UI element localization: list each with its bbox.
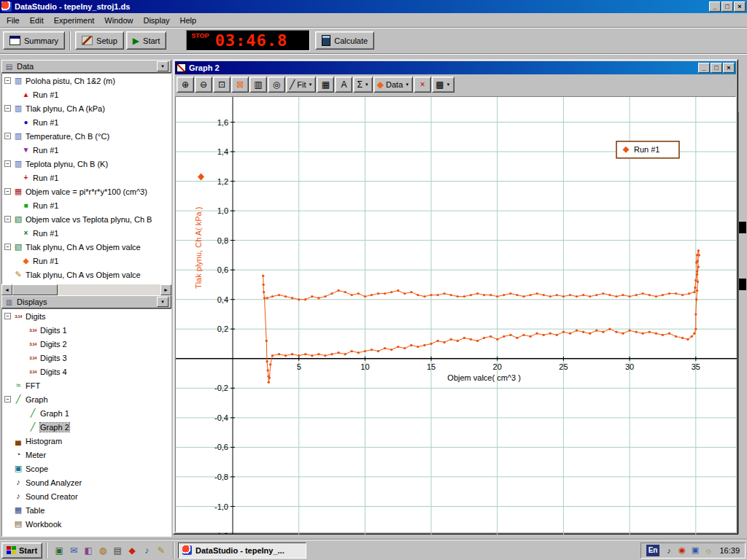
run-item[interactable]: ▼Run #1 (2, 143, 171, 157)
summary-button[interactable]: Summary (3, 31, 65, 50)
data-item[interactable]: ✎Tlak plynu, Ch A vs Objem valce (2, 268, 171, 281)
graph-close-button[interactable]: × (723, 63, 735, 73)
menu-item-window[interactable]: Window (99, 15, 138, 26)
run-label: Run #1 (33, 174, 58, 182)
scroll-right-button[interactable]: ► (160, 284, 171, 295)
tray-icon-4[interactable]: ☼ (703, 545, 713, 556)
run-item[interactable]: ●Run #1 (2, 115, 171, 129)
expander-icon[interactable]: − (4, 105, 11, 112)
expander-icon[interactable]: − (4, 160, 11, 167)
expander-icon[interactable]: − (4, 77, 11, 84)
quicklaunch-icon-3[interactable]: ◧ (82, 544, 95, 557)
displays-panel-menu-button[interactable]: ▼ (157, 297, 169, 307)
displays-panel-icon: ▥ (4, 298, 14, 306)
quicklaunch-icon-7[interactable]: ♪ (140, 544, 153, 557)
language-indicator[interactable]: En (646, 545, 660, 556)
graph-minimize-button[interactable]: _ (698, 63, 710, 73)
display-item[interactable]: ▄Histogram (2, 434, 171, 448)
graph-graph-settings-menu-button[interactable]: ▩▼ (432, 77, 454, 93)
display-item[interactable]: ▦Table (2, 503, 171, 517)
expander-icon[interactable]: − (4, 313, 11, 319)
data-item[interactable]: −▥Temperature, Ch B (°C) (2, 129, 171, 143)
run-item[interactable]: +Run #1 (2, 171, 171, 184)
display-item[interactable]: 3.14Digits 4 (2, 365, 171, 378)
svg-text:-0,4: -0,4 (214, 413, 228, 422)
data-item[interactable]: −▧Tlak plynu, Ch A vs Objem valce (2, 240, 171, 254)
tray-icon-3[interactable]: ▣ (689, 545, 700, 556)
quicklaunch-icon-4[interactable]: ◍ (96, 544, 109, 557)
graph-align-x-scales-button[interactable]: ▥ (249, 77, 267, 93)
display-item[interactable]: ♪Sound Analyzer (2, 475, 171, 489)
graph-smart-tool-button[interactable]: ◎ (268, 77, 285, 93)
display-item[interactable]: ╱Graph 2 (2, 420, 171, 434)
graph-statistics-menu-button[interactable]: Σ▼ (353, 77, 372, 93)
sensor-icon: ▥ (13, 160, 23, 168)
menu-item-edit[interactable]: Edit (25, 15, 49, 26)
quicklaunch-icon-5[interactable]: ▤ (111, 544, 124, 557)
menu-item-experiment[interactable]: Experiment (49, 15, 100, 26)
data-menu-icon: ◆ (377, 80, 384, 89)
maximize-button[interactable]: □ (721, 1, 733, 12)
expander-icon[interactable]: − (4, 188, 11, 195)
display-item[interactable]: ▣Scope (2, 462, 171, 475)
graph-data-menu-button[interactable]: ◆Data▼ (374, 77, 413, 93)
expander-icon[interactable]: − (4, 216, 11, 222)
graph-zoom-out-button[interactable]: ⊖ (195, 77, 212, 93)
data-horizontal-scrollbar[interactable]: ◄ ► (1, 284, 171, 295)
menu-item-file[interactable]: File (1, 15, 25, 26)
scroll-left-button[interactable]: ◄ (1, 284, 12, 295)
display-item[interactable]: 3.14Digits 2 (2, 337, 171, 351)
taskbar-task-button[interactable]: DataStudio - tepelny_... (178, 542, 306, 559)
quicklaunch-icon-6[interactable]: ◆ (125, 544, 139, 557)
quicklaunch-icon-1[interactable]: ▣ (53, 544, 66, 557)
quicklaunch-icon-8[interactable]: ✎ (155, 544, 168, 557)
minimize-button[interactable]: _ (709, 1, 721, 12)
display-item[interactable]: 3.14Digits 3 (2, 351, 171, 365)
expander-icon[interactable]: − (4, 244, 11, 250)
run-item[interactable]: ▲Run #1 (2, 88, 171, 101)
scrollbar-thumb[interactable] (12, 284, 58, 295)
display-item[interactable]: ≈FFT (2, 378, 171, 392)
data-item[interactable]: −▥Poloha pistu, Ch 1&2 (m) (2, 74, 171, 88)
tray-icon-2[interactable]: ◉ (676, 545, 687, 556)
quicklaunch: ▣✉◧◍▤◆♪✎ (51, 544, 169, 557)
graph-fit-menu-button[interactable]: ╱Fit▼ (286, 77, 316, 93)
data-item[interactable]: −▧Objem valce vs Teplota plynu, Ch B (2, 212, 171, 226)
data-item[interactable]: −▦Objem valce = pi*r*r*y*100 (cm^3) (2, 184, 171, 198)
graph-zoom-in-button[interactable]: ⊕ (177, 77, 194, 93)
close-button[interactable]: × (734, 1, 746, 12)
run-item[interactable]: ◆Run #1 (2, 254, 171, 268)
setup-label: Setup (96, 36, 117, 45)
graph-remove-button[interactable]: × (414, 77, 431, 93)
data-item[interactable]: −▥Tlak plynu, Ch A (kPa) (2, 101, 171, 115)
menu-item-display[interactable]: Display (138, 15, 174, 26)
graph-scale-to-fit-button[interactable]: ⊠ (231, 77, 249, 93)
display-item[interactable]: 3.14Digits 1 (2, 323, 171, 337)
display-item[interactable]: ▤Workbook (2, 517, 171, 531)
data-item[interactable]: −▥Teplota plynu, Ch B (K) (2, 157, 171, 171)
scrollbar-track[interactable] (12, 284, 160, 295)
tray-icon-1[interactable]: ♪ (663, 545, 674, 556)
graph-text-annotation-button[interactable]: A (335, 77, 352, 93)
display-item[interactable]: −╱Graph (2, 392, 171, 406)
quicklaunch-icon-2[interactable]: ✉ (67, 544, 80, 557)
chart-svg[interactable]: 1,61,41,21,00,80,60,40,2-0,2-0,4-0,6-0,8… (176, 97, 737, 534)
setup-button[interactable]: Setup (75, 31, 124, 50)
expander-icon[interactable]: − (4, 133, 11, 139)
display-item[interactable]: ♪Sound Creator (2, 489, 171, 503)
run-item[interactable]: ×Run #1 (2, 226, 171, 240)
display-item[interactable]: −3.14Digits (2, 309, 171, 323)
expander-icon[interactable]: − (4, 396, 11, 402)
display-item[interactable]: ╱Graph 1 (2, 406, 171, 420)
run-item[interactable]: ■Run #1 (2, 198, 171, 212)
graph-maximize-button[interactable]: □ (711, 63, 722, 73)
taskbar-start-button[interactable]: Start (1, 542, 42, 559)
statistics-menu-icon: Σ (357, 80, 362, 89)
calculate-button[interactable]: Calculate (315, 31, 374, 50)
display-item[interactable]: ◔Meter (2, 448, 171, 462)
start-button[interactable]: ▶ Start (126, 31, 166, 50)
graph-calculator-button[interactable]: ▦ (317, 77, 334, 93)
menu-item-help[interactable]: Help (175, 15, 202, 26)
data-panel-menu-button[interactable]: ▼ (157, 61, 169, 71)
graph-zoom-select-button[interactable]: ⊡ (213, 77, 231, 93)
